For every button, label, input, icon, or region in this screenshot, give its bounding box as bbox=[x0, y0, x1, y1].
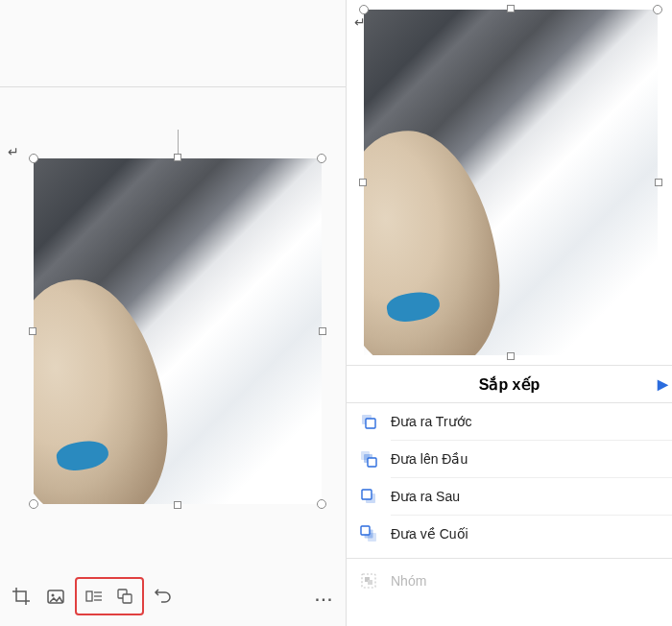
resize-handle-middle-right[interactable] bbox=[655, 179, 662, 186]
highlighted-tool-group bbox=[75, 577, 144, 615]
section-divider bbox=[0, 86, 346, 87]
rotate-stem bbox=[178, 130, 179, 154]
resize-handle-top-left[interactable] bbox=[29, 154, 38, 163]
menu-item-label: Đưa lên Đầu bbox=[391, 451, 468, 467]
text-wrap-button[interactable] bbox=[79, 581, 109, 612]
resize-handle-middle-left[interactable] bbox=[29, 327, 36, 335]
return-icon: ↵ bbox=[8, 144, 19, 159]
resize-handle-middle-left[interactable] bbox=[359, 179, 367, 186]
image-edit-button[interactable] bbox=[40, 581, 71, 612]
arrange-panel-header[interactable]: Sắp xếp ▶ bbox=[347, 365, 672, 403]
arrange-title: Sắp xếp bbox=[479, 375, 540, 394]
resize-handle-bottom-left[interactable] bbox=[29, 499, 38, 509]
send-backward-icon bbox=[360, 488, 377, 505]
svg-rect-2 bbox=[86, 591, 92, 601]
resize-handle-bottom-center[interactable] bbox=[174, 501, 181, 509]
chevron-right-icon: ▶ bbox=[658, 376, 668, 392]
send-backward-item[interactable]: Đưa ra Sau bbox=[347, 478, 672, 515]
resize-handle-top-right[interactable] bbox=[317, 154, 326, 163]
group-icon bbox=[360, 572, 377, 590]
bring-forward-icon bbox=[360, 413, 377, 430]
bring-forward-item[interactable]: Đưa ra Trước bbox=[347, 403, 672, 440]
resize-handle-middle-right[interactable] bbox=[319, 327, 326, 335]
more-button[interactable]: ... bbox=[309, 581, 340, 612]
right-panel: ↵ Sắp xếp ▶ Đưa ra Trước Đưa lên Đầu bbox=[346, 0, 672, 626]
bring-to-front-icon bbox=[360, 450, 377, 468]
resize-handle-top-left[interactable] bbox=[359, 5, 369, 14]
menu-item-label: Đưa ra Sau bbox=[391, 489, 460, 504]
arrange-button[interactable] bbox=[109, 581, 140, 612]
svg-rect-12 bbox=[368, 458, 376, 467]
menu-item-label: Nhóm bbox=[391, 573, 426, 589]
undo-button[interactable] bbox=[148, 581, 179, 612]
send-to-back-icon bbox=[360, 525, 377, 542]
image-toolbar: ... bbox=[0, 574, 346, 618]
svg-rect-17 bbox=[361, 526, 370, 535]
svg-rect-14 bbox=[362, 490, 372, 499]
group-item: Nhóm bbox=[347, 563, 672, 599]
send-to-back-item[interactable]: Đưa về Cuối bbox=[347, 516, 672, 552]
svg-rect-7 bbox=[123, 594, 132, 603]
svg-rect-20 bbox=[368, 580, 372, 585]
svg-point-1 bbox=[52, 594, 55, 597]
selected-image[interactable] bbox=[364, 10, 658, 355]
menu-item-label: Đưa ra Trước bbox=[391, 414, 472, 429]
crop-button[interactable] bbox=[6, 581, 36, 612]
menu-item-label: Đưa về Cuối bbox=[391, 526, 468, 542]
resize-handle-top-center[interactable] bbox=[174, 154, 181, 161]
arrange-menu: Đưa ra Trước Đưa lên Đầu Đưa ra Sau Đưa … bbox=[347, 403, 672, 599]
bring-to-front-item[interactable]: Đưa lên Đầu bbox=[347, 441, 672, 477]
left-panel: ↵ ... bbox=[0, 0, 346, 626]
resize-handle-bottom-right[interactable] bbox=[317, 499, 326, 509]
resize-handle-bottom-center[interactable] bbox=[507, 352, 515, 360]
selected-image[interactable] bbox=[34, 158, 322, 504]
svg-rect-9 bbox=[366, 419, 375, 428]
image-content bbox=[364, 10, 658, 355]
image-content bbox=[34, 158, 322, 504]
resize-handle-top-right[interactable] bbox=[653, 5, 662, 14]
resize-handle-top-center[interactable] bbox=[507, 5, 515, 12]
